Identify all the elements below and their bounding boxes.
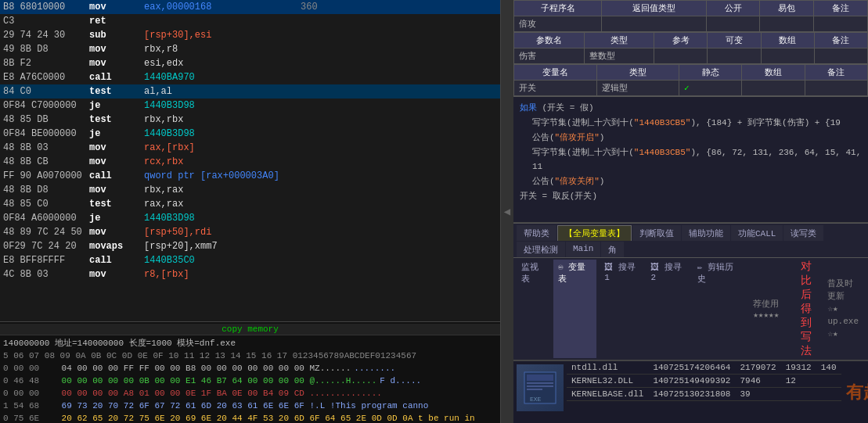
subtab-search2[interactable]: 🖼 搜寻2 — [646, 260, 689, 358]
disasm-bytes: 48 8B D8 — [0, 183, 86, 197]
col-vartype: 类型 — [596, 65, 679, 81]
disasm-bytes: E8 A76C0000 — [0, 70, 86, 84]
dll-addr3: 19312 — [781, 361, 816, 375]
disasm-area[interactable]: B8 68010000 mov eax,00000168 360 C3 ret … — [0, 0, 500, 321]
hex-row-bytes: 00 00 00 00 00 0B 00 00 E1 46 B7 64 00 0… — [62, 375, 377, 387]
col-rettype: 返回值类型 — [602, 1, 707, 16]
tab-func-call[interactable]: 功能CALL — [731, 225, 783, 241]
disasm-operand: 1440B3D98 — [141, 99, 297, 113]
code-line-1: 如果 (开关 = 假) — [520, 101, 862, 115]
code-call-1: (进制_十六到十("1440B3CB5"), {184} + 到字节集(伤害) … — [567, 118, 841, 127]
vars-table: 变量名 类型 静态 数组 备注 开关 逻辑型 ✓ — [513, 64, 868, 96]
disasm-row[interactable]: 4C 8B 03 mov r8,[rbx] — [0, 267, 500, 281]
disasm-bytes: 4C 8B 03 — [0, 267, 86, 281]
hex-row: 0 75 6E 20 62 65 20 72 75 6E 20 69 6E 20… — [3, 412, 497, 423]
tab-aux-func[interactable]: 辅助功能 — [682, 225, 730, 241]
disasm-instr: mov — [86, 0, 141, 14]
disasm-row[interactable]: 29 74 24 30 sub [rsp+30],esi — [0, 28, 500, 42]
var-array — [742, 81, 805, 96]
disasm-instr: call — [86, 70, 141, 84]
disasm-row[interactable]: 48 85 C0 test rax,rax — [0, 197, 500, 211]
hex-row: 0 00 00 00 00 00 00 A8 01 00 00 0E 1F BA… — [3, 387, 497, 400]
subtab-search1[interactable]: 🖼 搜寻1 — [600, 260, 643, 358]
left-disasm-panel: B8 68010000 mov eax,00000168 360 C3 ret … — [0, 0, 501, 423]
main-tab-bar: 帮助类 【全局变量表】 判断取值 辅助功能 功能CALL 读写类 处理检测 Ma… — [513, 224, 868, 258]
right-panel: 子程序名 返回值类型 公开 易包 备注 倍攻 — [513, 0, 868, 423]
disasm-row[interactable]: 48 85 DB test rbx,rbx — [0, 113, 500, 127]
disasm-operand: rbx,r8 — [141, 42, 297, 56]
hex-row-addr: 0 00 00 — [3, 362, 50, 375]
disasm-instr: movaps — [86, 239, 141, 253]
hex-row-addr: 0 75 6E — [3, 412, 50, 423]
col-paramvar: 可变 — [708, 33, 761, 48]
disasm-operand: rax,[rbx] — [141, 141, 297, 155]
col-paramtype: 类型 — [584, 33, 654, 48]
disasm-row[interactable]: 0F84 A6000000 je 1440B3D98 — [0, 211, 500, 225]
subtab-clip-hist[interactable]: ✏ 剪辑历史 — [693, 260, 744, 358]
disasm-row[interactable]: 48 8B 03 mov rax,[rbx] — [0, 141, 500, 155]
func-table: 子程序名 返回值类型 公开 易包 备注 倍攻 — [513, 0, 868, 32]
tab-help[interactable]: 帮助类 — [517, 225, 556, 241]
copy-memory-section: copy memory 140000000 地址=140000000 长度=10… — [0, 321, 500, 423]
code-keyword-if: 如果 — [520, 103, 537, 113]
disasm-row[interactable]: 48 8B D8 mov rbx,rax — [0, 183, 500, 197]
tab-global-vars[interactable]: 【全局变量表】 — [557, 225, 632, 241]
disasm-instr: mov — [86, 267, 141, 281]
disasm-row[interactable]: 84 C0 test al,al — [0, 84, 500, 99]
tab-extra[interactable]: 角 — [601, 242, 624, 257]
disasm-row[interactable]: C3 ret — [0, 14, 500, 28]
dll-name: KERNELBASE.dll — [567, 388, 648, 401]
disasm-operand: 1440BA970 — [141, 70, 297, 84]
disasm-row[interactable]: 48 8B CB mov rcx,rbx — [0, 155, 500, 169]
disasm-row[interactable]: 49 8B D8 mov rbx,r8 — [0, 42, 500, 56]
dll-row[interactable]: KERNELBASE.dll 140725130231808 39 — [567, 388, 841, 401]
col-varname: 变量名 — [514, 65, 597, 81]
disasm-operand: rax,rax — [141, 197, 297, 211]
var-static: ✓ — [679, 81, 742, 96]
dll-row[interactable]: ntdll.dll 140725174206464 2179072 19312 … — [567, 361, 841, 375]
tab-detect[interactable]: 处理检测 — [517, 242, 565, 257]
disasm-bytes: 0F84 C7000000 — [0, 99, 86, 113]
disasm-bytes: 0F29 7C 24 20 — [0, 239, 86, 253]
disasm-operand: 1440B3D98 — [141, 127, 297, 141]
tab-read-write[interactable]: 读写类 — [783, 225, 823, 241]
disasm-bytes: B8 68010000 — [0, 0, 86, 14]
disasm-row[interactable]: 8B F2 mov esi,edx — [0, 56, 500, 70]
disasm-operand: al,al — [141, 84, 297, 99]
disasm-instr: call — [86, 253, 141, 267]
disasm-row[interactable]: B8 68010000 mov eax,00000168 360 — [0, 0, 500, 14]
disasm-row[interactable]: E8 A76C0000 call 1440BA970 — [0, 70, 500, 84]
subtab-monitor[interactable]: 监视表 — [517, 260, 550, 358]
disasm-row[interactable]: E8 BFF8FFFF call 1440B35C0 — [0, 253, 500, 267]
hex-col-header-text: 5 06 07 08 09 0A 0B 0C 0D 0E 0F 10 11 12… — [3, 350, 416, 362]
disasm-instr: je — [86, 127, 141, 141]
var-notes — [805, 81, 867, 96]
disasm-row[interactable]: 0F84 BE000000 je 1440B3D98 — [0, 127, 500, 141]
disasm-row[interactable]: FF 90 A0070000 call qword ptr [rax+00000… — [0, 169, 500, 183]
hex-info-text: 140000000 地址=140000000 长度=1000 模块=dnf.ex… — [3, 337, 236, 350]
svg-text:EXE: EXE — [530, 396, 542, 403]
tab-main[interactable]: Main — [566, 242, 600, 257]
subtab-var-table[interactable]: ♾ 变量表 — [553, 260, 596, 358]
disasm-bytes: 48 85 DB — [0, 113, 86, 127]
code-string-open: "倍攻开启" — [555, 133, 600, 142]
disasm-row[interactable]: 0F84 C7000000 je 1440B3D98 — [0, 99, 500, 113]
col-static: 静态 — [679, 65, 742, 81]
code-line-6: 开关 = 取反(开关) — [520, 189, 862, 203]
disasm-instr: test — [86, 113, 141, 127]
hex-row-addr: 1 54 68 — [3, 400, 50, 412]
disasm-row[interactable]: 0F29 7C 24 20 movaps [rsp+20],xmm7 — [0, 239, 500, 253]
dll-addr1: 140725174206464 — [648, 361, 735, 375]
col-array: 数组 — [742, 65, 805, 81]
disasm-operand: qword ptr [rax+000003A0] — [141, 169, 297, 183]
dll-row[interactable]: KERNEL32.DLL 140725149499392 7946 12 — [567, 375, 841, 388]
dll-addr3 — [781, 388, 816, 401]
hex-rows-container: 0 00 00 04 00 00 00 FF FF 00 00 B8 00 00… — [3, 362, 497, 423]
disasm-row[interactable]: 48 89 7C 24 50 mov [rsp+50],rdi — [0, 225, 500, 239]
tab-judge-val[interactable]: 判断取值 — [632, 225, 681, 241]
disasm-operand: r8,[rbx] — [141, 267, 297, 281]
disasm-bytes: 49 8B D8 — [0, 42, 86, 56]
svg-rect-4 — [527, 389, 542, 390]
hex-row: 0 00 00 04 00 00 00 FF FF 00 00 B8 00 00… — [3, 362, 497, 375]
disasm-table: B8 68010000 mov eax,00000168 360 C3 ret … — [0, 0, 500, 281]
